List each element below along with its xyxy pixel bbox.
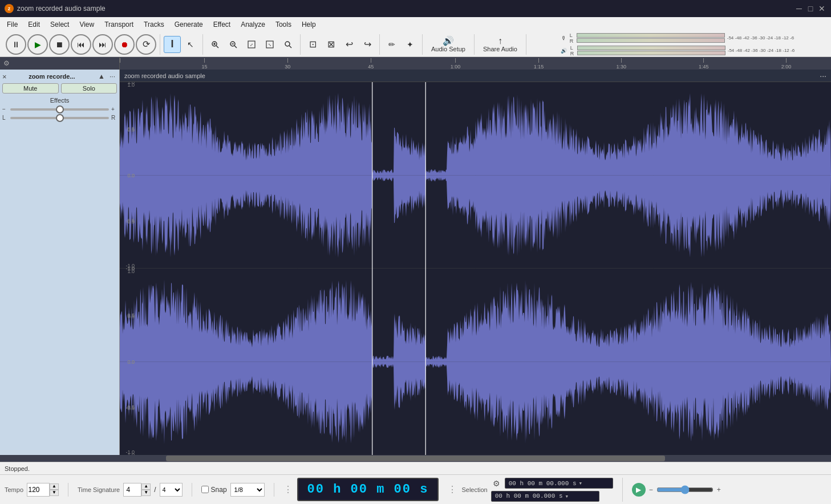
menu-tools[interactable]: Tools <box>271 19 296 30</box>
minimize-button[interactable]: ─ <box>794 4 804 13</box>
volume-slider-track[interactable] <box>10 108 109 111</box>
loop-button[interactable]: ⟳ <box>136 34 156 55</box>
track-menu-button[interactable]: ··· <box>108 72 117 81</box>
ts-denominator-select[interactable]: 4 8 2 <box>160 483 183 497</box>
mute-button[interactable]: Mute <box>2 83 59 94</box>
audio-setup-group: 🔊 Audio Setup <box>423 34 475 55</box>
playback-speed-slider[interactable] <box>656 485 714 494</box>
selection-display-1[interactable]: 00 h 00 m 00.000 s ▾ <box>505 478 613 489</box>
zoom-normal-button[interactable] <box>279 36 297 53</box>
menu-select[interactable]: Select <box>46 19 74 30</box>
tempo-spinner[interactable]: ▲ ▼ <box>27 483 59 497</box>
speaker-vu-icon: 🔊 <box>561 48 567 54</box>
envelope-tool-button[interactable]: ↖ <box>182 36 199 53</box>
track-header: × zoom recorde... ▲ ··· <box>2 72 117 81</box>
track-close-button[interactable]: × <box>2 72 7 81</box>
selection-values: ⚙ 00 h 00 m 00.000 s ▾ 00 h 00 m 00.000 … <box>491 478 613 502</box>
multi-tool-button[interactable]: ✦ <box>402 36 419 53</box>
selection-display-2[interactable]: 00 h 00 m 00.000 s ▾ <box>491 491 599 502</box>
status-text: Stopped. <box>5 465 826 472</box>
audio-setup-button[interactable]: 🔊 Audio Setup <box>426 34 471 55</box>
selection-label: Selection <box>461 486 487 493</box>
menu-generate[interactable]: Generate <box>170 19 208 30</box>
trim-button[interactable]: ⊡ <box>304 36 321 53</box>
waveform-canvas <box>120 82 831 455</box>
menu-help[interactable]: Help <box>297 19 321 30</box>
waveform-menu-button[interactable]: ··· <box>820 71 826 80</box>
time-drag-handle[interactable]: ⋮ <box>283 484 288 495</box>
track-collapse-button[interactable]: ▲ <box>97 72 106 81</box>
menu-analyze[interactable]: Analyze <box>236 19 270 30</box>
input-lr-label: LR <box>570 32 575 44</box>
menu-edit[interactable]: Edit <box>23 19 44 30</box>
waveform-canvas-area[interactable]: 1.0 0.5 0.0 -0.5 -1.0 1.0 0.5 0.0 -0.5 -… <box>120 82 831 455</box>
speed-plus-label: + <box>717 486 721 494</box>
tracks-wrapper: ⚙ 1530451:001:151:301:452:00 × zoom reco… <box>0 57 831 462</box>
share-audio-button[interactable]: ↑ Share Audio <box>478 34 522 55</box>
selection-dropdown-1[interactable]: ▾ <box>579 479 583 487</box>
play-button[interactable]: ▶ <box>27 34 48 55</box>
tempo-down-button[interactable]: ▼ <box>50 490 59 496</box>
undo-redo-tools: ⊡ ⊠ ↩ ↪ <box>301 34 380 55</box>
pan-slider-track[interactable] <box>10 117 109 119</box>
time-signature-wrap: ▲ ▼ / 4 8 2 <box>123 483 182 497</box>
skip-end-button[interactable]: ⏭ <box>92 34 113 55</box>
pan-slider-thumb[interactable] <box>56 114 64 122</box>
record-button[interactable]: ⏺ <box>114 34 135 55</box>
ruler-area: ⚙ 1530451:001:151:301:452:00 <box>0 57 831 70</box>
time-drag-handle-2[interactable]: ⋮ <box>448 484 452 495</box>
svg-line-12 <box>289 46 291 48</box>
pan-right-label: R <box>111 115 117 121</box>
tempo-input[interactable] <box>27 483 50 497</box>
pan-left-label: L <box>2 115 8 121</box>
playback-controls: ⏸ ▶ ⏹ ⏮ ⏭ ⏺ ⟳ <box>2 34 160 55</box>
maximize-button[interactable]: □ <box>806 4 815 13</box>
snap-label[interactable]: Snap <box>211 486 227 494</box>
zoom-out-button[interactable] <box>225 36 242 53</box>
menu-bar: File Edit Select View Transport Tracks G… <box>0 17 831 32</box>
track-content: × zoom recorde... ▲ ··· Mute Solo Effect… <box>0 70 831 455</box>
undo-button[interactable]: ↩ <box>340 36 358 53</box>
volume-slider-thumb[interactable] <box>56 105 64 113</box>
selection-gear-icon[interactable]: ⚙ <box>491 478 502 489</box>
selection-dropdown-2[interactable]: ▾ <box>565 493 569 500</box>
h-scrollbar[interactable] <box>0 455 831 462</box>
snap-checkbox[interactable] <box>201 486 209 493</box>
h-scrollbar-thumb[interactable] <box>166 456 664 461</box>
edit-tools: I ↖ <box>160 34 203 55</box>
menu-tracks[interactable]: Tracks <box>139 19 169 30</box>
menu-view[interactable]: View <box>75 19 99 30</box>
snap-value-select[interactable]: 1/8 1/4 1/2 <box>230 483 265 497</box>
share-audio-group: ↑ Share Audio <box>475 34 526 55</box>
svg-text:⤡: ⤡ <box>268 42 271 46</box>
title-bar-controls[interactable]: ─ □ ✕ <box>794 4 826 13</box>
ruler-settings-icon[interactable]: ⚙ <box>3 59 10 67</box>
track-controls: × zoom recorde... ▲ ··· Mute Solo Effect… <box>0 70 120 455</box>
output-vu-scale: -54 -48 -42 -36 -30 -24 -18 -12 -6 <box>728 48 794 53</box>
ts-num-up-button[interactable]: ▲ <box>141 483 151 490</box>
ruler-tick: 2:00 <box>781 57 792 70</box>
effects-label: Effects <box>2 97 117 104</box>
selection-row-1: ⚙ 00 h 00 m 00.000 s ▾ <box>491 478 613 489</box>
select-tool-button[interactable]: I <box>164 36 181 53</box>
menu-effect[interactable]: Effect <box>209 19 235 30</box>
ts-numerator-input[interactable] <box>123 483 141 497</box>
tempo-up-button[interactable]: ▲ <box>50 483 59 490</box>
draw-button[interactable]: ✏ <box>383 36 400 53</box>
silence-button[interactable]: ⊠ <box>322 36 339 53</box>
skip-start-button[interactable]: ⏮ <box>71 34 91 55</box>
solo-button[interactable]: Solo <box>61 83 117 94</box>
menu-transport[interactable]: Transport <box>100 19 138 30</box>
zoom-in-button[interactable] <box>206 36 224 53</box>
stop-button[interactable]: ⏹ <box>49 34 70 55</box>
close-button[interactable]: ✕ <box>817 4 826 13</box>
ts-num-down-button[interactable]: ▼ <box>141 490 151 496</box>
ruler-tick: 30 <box>285 57 290 70</box>
ts-numerator-spinner[interactable]: ▲ ▼ <box>123 483 151 497</box>
fit-selection-button[interactable]: ⤢ <box>243 36 260 53</box>
menu-file[interactable]: File <box>2 19 22 30</box>
redo-button[interactable]: ↪ <box>359 36 376 53</box>
play-speed-play-button[interactable]: ▶ <box>632 483 646 497</box>
pause-button[interactable]: ⏸ <box>6 34 26 55</box>
fit-view-button[interactable]: ⤡ <box>261 36 278 53</box>
